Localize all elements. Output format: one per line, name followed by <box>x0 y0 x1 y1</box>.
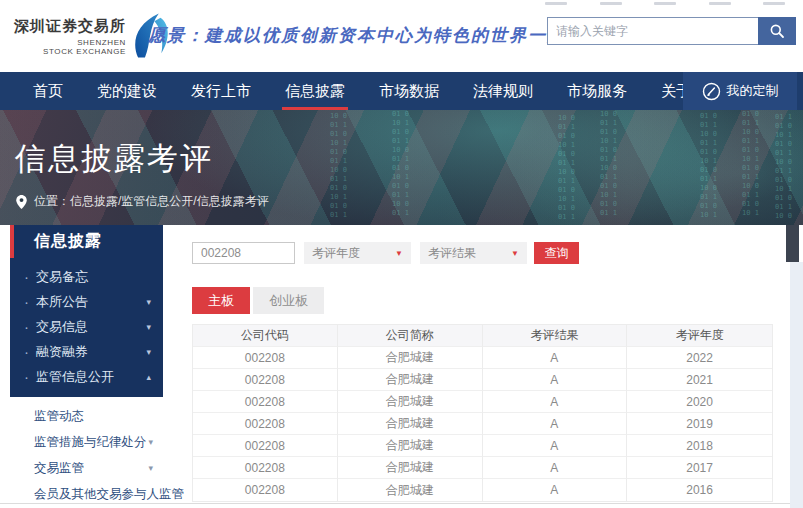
bullet-icon: · <box>24 269 29 284</box>
stock-code-input[interactable] <box>192 242 295 264</box>
szse-logo[interactable]: 深圳证券交易所 SHENZHEN STOCK EXCHANGE <box>14 13 170 59</box>
chevron-down-icon: ▾ <box>146 297 151 307</box>
search-icon <box>769 23 785 39</box>
board-tabs: 主板创业板 <box>192 287 324 314</box>
table-header-row: 公司代码公司简称考评结果考评年度 <box>193 325 772 347</box>
banner-edge-fragment <box>786 225 799 262</box>
table-cell: 002208 <box>193 479 338 501</box>
table-cell: 合肥城建 <box>338 435 483 457</box>
breadcrumb: 位置：信息披露/监管信息公开/信息披露考评 <box>16 193 269 210</box>
table-cell: 2019 <box>627 413 772 435</box>
sidebar-item-label: 交易信息 <box>36 318 88 336</box>
table-row: 002208合肥城建A2017 <box>193 457 772 479</box>
nav-item[interactable]: 市场服务 <box>550 72 644 110</box>
nav-item[interactable]: 发行上市 <box>174 72 268 110</box>
page-banner: 10 0 01 1 01 0 10 1 01 0 01 1 10 0 01 1 … <box>0 110 803 225</box>
table-cell: A <box>483 413 628 435</box>
result-dropdown[interactable]: 考评结果 ▼ <box>420 242 527 264</box>
sidebar-subitem-label: 监管措施与纪律处分 <box>34 434 147 451</box>
bullet-icon: · <box>24 294 29 309</box>
year-dropdown-label: 考评年度 <box>312 245 360 262</box>
table-row: 002208合肥城建A2020 <box>193 391 772 413</box>
my-custom-label: 我的定制 <box>727 82 779 100</box>
search-button[interactable] <box>758 17 796 45</box>
binary-texture-column: 01 0 01 1 10 0 01 1 01 0 10 1 01 0 01 1 … <box>700 112 717 220</box>
table-cell: 002208 <box>193 391 338 413</box>
nav-item[interactable]: 信息披露 <box>268 72 362 110</box>
table-cell: 002208 <box>193 435 338 457</box>
site-header: 深圳证券交易所 SHENZHEN STOCK EXCHANGE 愿景：建成以优质… <box>0 0 803 72</box>
table-cell: A <box>483 369 628 391</box>
sidebar-subitem[interactable]: 交易监管▾ <box>10 455 163 481</box>
table-row: 002208合肥城建A2019 <box>193 413 772 435</box>
table-cell: 2016 <box>627 479 772 501</box>
sidebar-subitem[interactable]: 监管动态 <box>10 403 163 429</box>
sidebar-item-label: 监管信息公开 <box>36 368 114 386</box>
logo-text: 深圳证券交易所 SHENZHEN STOCK EXCHANGE <box>14 17 126 56</box>
sidebar-subitem[interactable]: 监管措施与纪律处分▾ <box>10 429 163 455</box>
table-cell: 合肥城建 <box>338 391 483 413</box>
sidebar-item[interactable]: ·本所公告▾ <box>10 289 163 314</box>
bullet-icon: · <box>24 319 29 334</box>
nav-item[interactable]: 首页 <box>16 72 80 110</box>
year-dropdown[interactable]: 考评年度 ▼ <box>304 242 411 264</box>
binary-texture-column: 10 0 01 1 01 0 10 1 01 0 01 1 10 0 01 1 … <box>330 112 347 220</box>
table-cell: 002208 <box>193 413 338 435</box>
sidebar-subitem-label: 监管动态 <box>34 408 84 425</box>
table-cell: 2018 <box>627 435 772 457</box>
nav-item[interactable]: 党的建设 <box>80 72 174 110</box>
result-dropdown-label: 考评结果 <box>428 245 476 262</box>
sidebar-submenu: 监管动态监管措施与纪律处分▾交易监管▾会员及其他交易参与人监管中介机构监管 <box>10 397 163 508</box>
breadcrumb-text: 位置：信息披露/监管信息公开/信息披露考评 <box>34 193 269 210</box>
sidebar-title: 信息披露 <box>10 225 163 258</box>
logo-name-cn: 深圳证券交易所 <box>14 17 126 36</box>
table-row: 002208合肥城建A2022 <box>193 347 772 369</box>
table-cell: 2017 <box>627 457 772 479</box>
search-input[interactable] <box>547 17 758 45</box>
bullet-icon: · <box>24 344 29 359</box>
nav-item[interactable]: 法律规则 <box>456 72 550 110</box>
chevron-down-icon: ▾ <box>148 437 153 447</box>
filter-row: 考评年度 ▼ 考评结果 ▼ 查询 <box>192 242 579 264</box>
table-header-cell: 考评结果 <box>483 325 628 347</box>
binary-texture-column: 01 1 01 0 10 1 01 0 01 1 10 0 01 1 01 0 … <box>775 113 792 221</box>
chevron-down-icon: ▾ <box>146 322 151 332</box>
table-cell: 002208 <box>193 369 338 391</box>
sidebar-item-label: 本所公告 <box>36 293 88 311</box>
table-cell: 2021 <box>627 369 772 391</box>
sidebar-item[interactable]: ·交易备忘 <box>10 264 163 289</box>
table-cell: 合肥城建 <box>338 457 483 479</box>
table-cell: 2022 <box>627 347 772 369</box>
chevron-up-icon: ▴ <box>146 372 151 382</box>
table-cell: A <box>483 479 628 501</box>
nav-item[interactable]: 市场数据 <box>362 72 456 110</box>
table-cell: 合肥城建 <box>338 369 483 391</box>
sidebar-item[interactable]: ·监管信息公开▴ <box>10 364 163 389</box>
evaluation-table: 公司代码公司简称考评结果考评年度 002208合肥城建A2022002208合肥… <box>192 324 773 502</box>
table-header-cell: 公司代码 <box>193 325 338 347</box>
table-cell: 002208 <box>193 347 338 369</box>
sidebar-item-label: 融资融券 <box>36 343 88 361</box>
binary-texture-column: 01 0 10 1 01 0 01 1 10 0 01 1 01 0 10 1 … <box>392 110 409 218</box>
sidebar-subitem-label: 会员及其他交易参与人监管 <box>34 486 184 503</box>
site-search <box>547 17 796 45</box>
bullet-icon: · <box>24 369 29 384</box>
sidebar-subitem-label: 交易监管 <box>34 460 84 477</box>
table-cell: 合肥城建 <box>338 347 483 369</box>
board-tab[interactable]: 主板 <box>192 287 250 314</box>
chevron-down-icon: ▼ <box>511 249 519 258</box>
query-button[interactable]: 查询 <box>534 242 579 264</box>
logo-name-en: SHENZHEN STOCK EXCHANGE <box>14 38 126 56</box>
table-cell: A <box>483 457 628 479</box>
chevron-down-icon: ▼ <box>395 249 403 258</box>
sidebar-item-label: 交易备忘 <box>36 268 88 286</box>
board-tab[interactable]: 创业板 <box>253 287 324 314</box>
table-row: 002208合肥城建A2018 <box>193 435 772 457</box>
sidebar-item[interactable]: ·交易信息▾ <box>10 314 163 339</box>
sidebar-item[interactable]: ·融资融券▾ <box>10 339 163 364</box>
my-custom-button[interactable]: 我的定制 <box>683 72 797 110</box>
sidebar-menu: ·交易备忘·本所公告▾·交易信息▾·融资融券▾·监管信息公开▴ <box>10 258 163 397</box>
table-cell: 合肥城建 <box>338 479 483 501</box>
table-cell: 合肥城建 <box>338 413 483 435</box>
footer-divider <box>0 503 790 504</box>
